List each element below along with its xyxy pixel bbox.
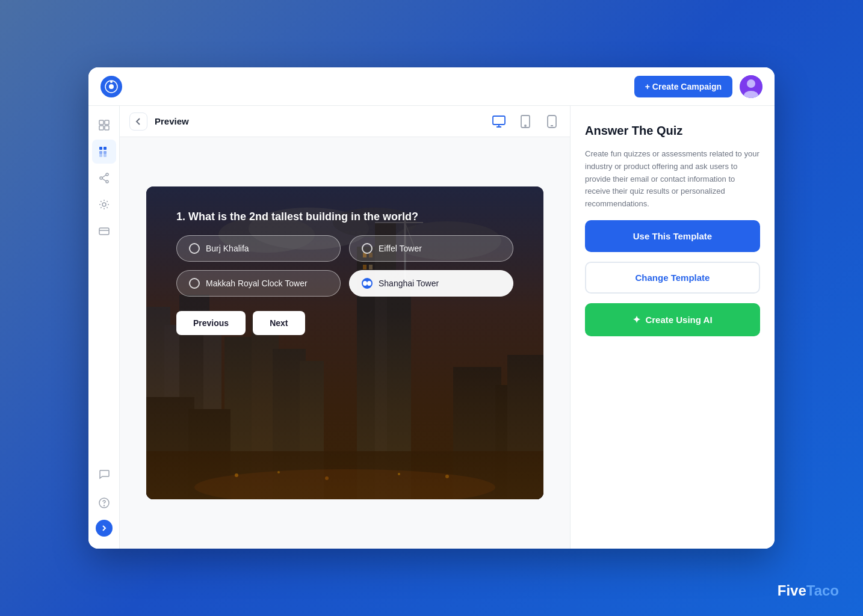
svg-rect-26 xyxy=(493,116,505,125)
branding-part2: Taco xyxy=(806,582,839,599)
svg-line-20 xyxy=(102,179,106,181)
svg-point-25 xyxy=(104,505,104,506)
tablet-device-icon[interactable] xyxy=(517,113,534,130)
sidebar-item-help[interactable] xyxy=(92,491,116,515)
svg-rect-12 xyxy=(99,151,102,154)
option-label-3: Makkah Royal Clock Tower xyxy=(206,279,308,288)
quiz-question: 1. What is the 2nd tallest building in t… xyxy=(176,211,513,223)
svg-point-18 xyxy=(106,180,108,183)
back-button[interactable] xyxy=(129,112,147,131)
logo-area xyxy=(101,76,122,97)
sidebar-expand-button[interactable] xyxy=(96,520,113,537)
app-logo xyxy=(101,76,122,97)
quiz-option-2[interactable]: Eiffel Tower xyxy=(349,235,513,262)
create-campaign-button[interactable]: + Create Campaign xyxy=(634,76,732,97)
svg-line-19 xyxy=(102,175,106,177)
option-radio-4 xyxy=(362,278,373,289)
svg-rect-22 xyxy=(99,228,109,235)
svg-point-30 xyxy=(525,125,526,126)
sidebar-item-share[interactable] xyxy=(92,166,116,190)
preview-title: Preview xyxy=(155,116,189,126)
svg-rect-13 xyxy=(104,151,107,154)
sidebar xyxy=(88,106,120,549)
top-bar-right: + Create Campaign xyxy=(634,75,762,98)
svg-rect-9 xyxy=(105,126,109,130)
use-template-button[interactable]: Use This Template xyxy=(585,220,760,252)
app-window: + Create Campaign xyxy=(88,67,775,549)
svg-rect-15 xyxy=(104,154,107,157)
svg-point-1 xyxy=(109,84,114,89)
desktop-device-icon[interactable] xyxy=(490,113,507,130)
svg-point-2 xyxy=(110,81,113,83)
change-template-button[interactable]: Change Template xyxy=(585,262,760,294)
quiz-options: Burj Khalifa Eiffel Tower Makkah Royal C… xyxy=(176,235,513,297)
panel-description: Create fun quizzes or assessments relate… xyxy=(585,148,760,211)
create-ai-label: Create Using AI xyxy=(645,315,712,325)
svg-rect-10 xyxy=(99,147,102,150)
panel-title: Answer The Quiz xyxy=(585,123,760,138)
option-radio-1 xyxy=(189,243,200,254)
preview-header: Preview xyxy=(120,106,570,137)
svg-point-4 xyxy=(747,79,755,88)
next-button[interactable]: Next xyxy=(253,311,305,335)
svg-point-21 xyxy=(102,203,106,206)
option-label-4: Shanghai Tower xyxy=(379,279,439,288)
fivetaco-branding: FiveTaco xyxy=(778,582,839,599)
quiz-buttons: Previous Next xyxy=(176,311,513,335)
quiz-option-4[interactable]: Shanghai Tower xyxy=(349,270,513,297)
option-label-1: Burj Khalifa xyxy=(206,244,249,253)
top-bar: + Create Campaign xyxy=(88,67,775,106)
svg-point-16 xyxy=(106,173,108,176)
option-radio-3 xyxy=(189,278,200,289)
svg-rect-7 xyxy=(105,120,109,125)
svg-rect-14 xyxy=(99,154,102,157)
create-ai-button[interactable]: ✦ Create Using AI xyxy=(585,303,760,336)
create-ai-icon: ✦ xyxy=(633,314,640,325)
svg-point-17 xyxy=(100,177,102,179)
svg-rect-6 xyxy=(99,120,104,125)
option-radio-2 xyxy=(362,243,373,254)
sidebar-bottom xyxy=(92,462,116,541)
quiz-content: 1. What is the 2nd tallest building in t… xyxy=(146,186,543,359)
preview-canvas: 1. What is the 2nd tallest building in t… xyxy=(120,137,570,549)
quiz-preview: 1. What is the 2nd tallest building in t… xyxy=(146,186,543,499)
sidebar-item-apps[interactable] xyxy=(92,140,116,164)
avatar xyxy=(740,75,762,98)
quiz-option-1[interactable]: Burj Khalifa xyxy=(176,235,341,262)
sidebar-item-settings[interactable] xyxy=(92,192,116,217)
right-panel: Answer The Quiz Create fun quizzes or as… xyxy=(570,106,775,549)
quiz-option-3[interactable]: Makkah Royal Clock Tower xyxy=(176,270,341,297)
sidebar-item-billing[interactable] xyxy=(92,219,116,243)
device-icons xyxy=(490,113,560,130)
svg-rect-11 xyxy=(104,147,107,150)
previous-button[interactable]: Previous xyxy=(176,311,246,335)
mobile-device-icon[interactable] xyxy=(543,113,560,130)
branding-part1: Five xyxy=(778,582,806,599)
sidebar-item-chat[interactable] xyxy=(92,462,116,486)
svg-rect-8 xyxy=(99,126,104,130)
sidebar-item-layout[interactable] xyxy=(92,113,116,137)
main-content: Preview xyxy=(88,106,775,549)
option-label-2: Eiffel Tower xyxy=(379,244,422,253)
preview-section: Preview xyxy=(120,106,570,549)
